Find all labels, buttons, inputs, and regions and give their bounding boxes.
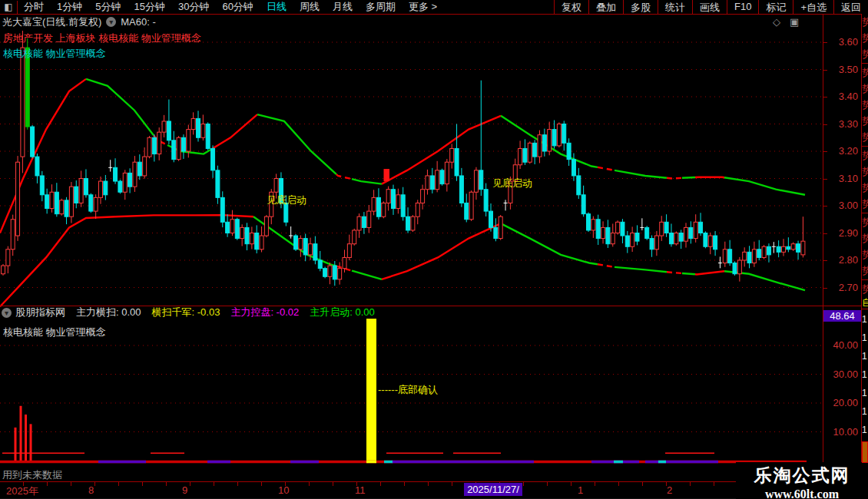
diamond-icon[interactable]: ◇ [773, 16, 780, 28]
price-axis-label: 3.30 [823, 118, 858, 130]
axis-tick [823, 260, 827, 261]
strip-number[interactable]: 1 [862, 310, 868, 329]
period-toolbar: ◧ 分时1分钟5分钟15分钟30分钟60分钟日线周线月线多周期更多 > 复权叠加… [0, 0, 868, 15]
axis-tick [823, 97, 827, 97]
toolbar-buttons: 复权叠加多股统计画线F10标记+自选返回 [554, 0, 868, 14]
strip-number[interactable]: 1 [862, 402, 868, 421]
toolbar-item[interactable]: 5分钟 [95, 0, 121, 14]
toolbar-item[interactable]: F10 [727, 0, 758, 14]
toolbar-item[interactable]: 1分钟 [57, 0, 82, 14]
bottom-confirm-label: ------底部确认 [378, 383, 438, 397]
strip-number[interactable]: 1 [862, 365, 868, 384]
strip-separator [862, 63, 868, 64]
toolbar-item[interactable]: 叠加 [588, 0, 623, 14]
window-icon[interactable]: ◧ [0, 1, 18, 14]
strip-tab-label[interactable]: 自 [862, 297, 868, 308]
strip-glyph: 势 [862, 81, 868, 97]
indicator-current-value: 48.64 [823, 310, 861, 322]
indicator-axis-label: 40.00 [823, 339, 858, 351]
strip-glyph: 势 [862, 46, 868, 62]
toolbar-item[interactable]: 周线 [300, 0, 320, 14]
price-axis-label: 3.10 [823, 173, 858, 184]
axis-tick [823, 70, 827, 71]
toolbar-item[interactable]: 画线 [692, 0, 727, 14]
indicator-axis-label: 10.00 [823, 426, 858, 438]
strip-number[interactable]: 1 [862, 384, 868, 402]
signal-label-2: 见底启动 [492, 177, 532, 190]
toolbar-item[interactable]: 分时 [24, 0, 44, 14]
right-sidebar-strip[interactable]: 势势势势势势势势势势势势势势势势势自1111111 [862, 14, 868, 499]
price-axis-label: 2.80 [823, 254, 858, 266]
price-axis-label: 2.70 [823, 282, 858, 293]
strip-glyph: 势 [862, 180, 868, 196]
date-axis-label: 1 [578, 484, 583, 496]
date-axis-label: 2 [667, 484, 672, 496]
watermark-title: 乐淘公式网 [736, 464, 868, 487]
toolbar-item[interactable]: 月线 [333, 0, 353, 14]
strip-glyph: 势 [862, 281, 868, 297]
collapse-chevron-icon[interactable]: ▾ [106, 17, 116, 27]
axis-tick [823, 151, 827, 152]
price-axis-label: 3.40 [823, 91, 858, 102]
toolbar-item[interactable]: 日线 [267, 0, 287, 14]
price-axis-label: 3.60 [823, 36, 858, 48]
date-axis-label: 9 [182, 484, 187, 496]
pane-icon[interactable]: ▣ [790, 16, 799, 28]
strip-glyph: 势 [862, 97, 868, 113]
concept-line-cyan: 核电核能 物业管理概念 [3, 47, 106, 61]
toolbar-item[interactable]: 15分钟 [134, 0, 164, 14]
date-axis-ticks [0, 482, 822, 486]
date-axis-label: 11 [355, 484, 366, 496]
strip-number[interactable]: 1 [862, 421, 868, 439]
price-axis-label: 3.20 [823, 145, 858, 157]
period-tabs: 分时1分钟5分钟15分钟30分钟60分钟日线周线月线多周期更多 > [18, 0, 437, 14]
strip-glyph: 势 [862, 164, 868, 180]
strip-number[interactable]: 1 [862, 329, 868, 347]
price-axis-label: 3.50 [823, 64, 858, 75]
chart-title-row: 光大嘉宝(日线.前复权) ▾ MA60: - [0, 15, 822, 29]
toolbar-item[interactable]: 更多 > [409, 0, 437, 14]
toolbar-item[interactable]: 复权 [554, 0, 588, 14]
toolbar-item[interactable]: 60分钟 [222, 0, 253, 14]
indicator-axis-label: 30.00 [823, 368, 858, 380]
watermark: 乐淘公式网 www.60lt.com [736, 462, 868, 499]
strip-number[interactable]: 1 [862, 347, 868, 365]
strip-glyph: 势 [862, 246, 868, 263]
strip-marker [862, 441, 868, 463]
toolbar-item[interactable]: 多股 [623, 0, 658, 14]
symbol-title: 光大嘉宝(日线.前复权) [2, 15, 101, 29]
toolbar-item[interactable]: 30分钟 [178, 0, 209, 14]
date-axis-label: 10 [278, 484, 289, 496]
price-axis-label: 3.00 [823, 200, 858, 211]
app-window: ◧ 分时1分钟5分钟15分钟30分钟60分钟日线周线月线多周期更多 > 复权叠加… [0, 0, 868, 499]
watermark-url: www.60lt.com [736, 487, 868, 499]
strip-glyph: 势 [862, 30, 868, 46]
date-axis-label: 8 [88, 484, 94, 496]
toolbar-item[interactable]: +自选 [793, 0, 833, 14]
main-chart-canvas[interactable] [0, 31, 823, 307]
strip-glyph: 势 [862, 214, 868, 230]
chart-corner-icons: ◇ ▣ [773, 16, 819, 28]
date-axis-label: 2025年 [6, 484, 38, 498]
indicator-axis-label: 20.00 [823, 397, 858, 408]
concept-line-red: 房地产开发 上海板块 核电核能 物业管理概念 [3, 31, 201, 45]
strip-glyph: 势 [862, 113, 868, 129]
axis-tick [823, 206, 827, 207]
strip-separator [862, 309, 868, 309]
toolbar-item[interactable]: 标记 [758, 0, 793, 14]
strip-separator [862, 279, 868, 280]
signal-label-1: 见底启动 [267, 193, 306, 207]
selected-date-badge: 2025/11/27/四 [464, 483, 522, 496]
toolbar-item[interactable]: 多周期 [366, 0, 396, 14]
axis-tick [823, 288, 827, 289]
axis-divider [823, 14, 823, 482]
axis-tick [823, 233, 827, 234]
strip-glyph: 势 [862, 14, 868, 30]
strip-separator [862, 213, 868, 213]
toolbar-item[interactable]: 返回 [833, 0, 868, 14]
strip-glyph: 势 [862, 64, 868, 81]
strip-separator [862, 146, 868, 147]
toolbar-item[interactable]: 统计 [658, 0, 692, 14]
future-data-note: 用到未来数据 [2, 468, 62, 482]
price-axis-label: 2.90 [823, 227, 858, 239]
